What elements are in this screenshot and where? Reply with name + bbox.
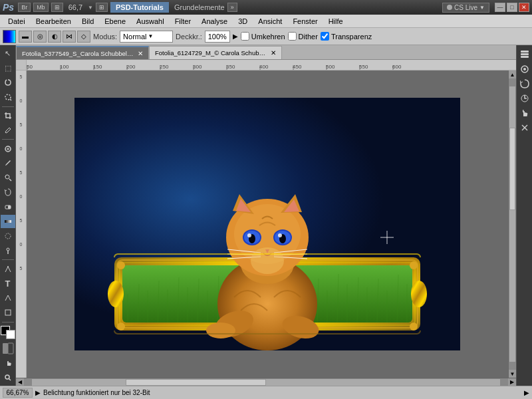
ruler-vertical: 5 0 5 0 5 0 5 0 5 — [16, 70, 27, 378]
spot-heal-btn[interactable] — [1, 142, 15, 156]
svg-point-9 — [5, 233, 11, 239]
menu-item-analyse[interactable]: Analyse — [196, 16, 233, 27]
shape-linear[interactable]: ▬ — [19, 31, 32, 43]
scroll-v-thumb[interactable] — [509, 128, 515, 210]
horizontal-scrollbar[interactable]: ◀ ▶ — [16, 378, 516, 386]
tab-active[interactable]: Fotolia_5377549_S_Carola Schubbel.jpg be… — [16, 46, 149, 59]
image-canvas[interactable] — [74, 98, 460, 350]
svg-point-60 — [206, 323, 235, 338]
ruler-h-300: 300 — [193, 64, 226, 70]
brush-tool-btn[interactable] — [1, 156, 15, 170]
canvas-area: Fotolia_5377549_S_Carola Schubbel.jpg be… — [16, 45, 516, 386]
deckk-value: 100% — [205, 31, 230, 43]
status-arrow-icon[interactable]: ▶ — [35, 389, 41, 396]
transparenz-group: Transparenz — [321, 32, 372, 41]
ruler-corner — [16, 60, 27, 70]
scroll-h-left[interactable]: ◀ — [16, 378, 24, 386]
canvas-viewport[interactable] — [27, 70, 508, 378]
mini-button[interactable]: Mb — [33, 3, 49, 12]
pen-tool-btn[interactable] — [1, 262, 15, 276]
scroll-h-right[interactable]: ▶ — [508, 378, 516, 386]
ruler-v-mark: 5 — [16, 122, 26, 146]
scroll-h-thumb[interactable] — [126, 379, 266, 386]
menu-item-ebene[interactable]: Ebene — [99, 16, 131, 27]
shape-tool-btn[interactable] — [1, 306, 15, 320]
adjustments-panel-btn[interactable] — [518, 92, 531, 105]
dither-checkbox[interactable] — [288, 32, 297, 41]
tab-inactive[interactable]: Fotolia_6124729_M_© Carola Schubbel.jpg … — [149, 46, 282, 59]
shape-diamond[interactable]: ◇ — [77, 31, 90, 43]
ruler-h-400: 400 — [259, 64, 293, 70]
menu-item-ansicht[interactable]: Ansicht — [253, 16, 287, 27]
marquee-tool-btn[interactable]: ⬚ — [1, 61, 15, 75]
canvas-content: 50 100 150 200 250 300 350 400 450 500 5… — [16, 60, 516, 386]
tab-active-close[interactable]: ✕ — [138, 50, 143, 57]
umkehren-label: Umkehren — [251, 33, 285, 41]
close-panel-btn[interactable] — [518, 121, 531, 134]
menu-item-hilfe[interactable]: Hilfe — [323, 16, 348, 27]
vertical-scrollbar[interactable]: ▲ ▼ — [508, 70, 516, 378]
tab-inactive-close[interactable]: ✕ — [271, 49, 276, 57]
cs-live-button[interactable]: CS Live ▼ — [442, 3, 489, 13]
background-color[interactable] — [6, 330, 15, 339]
menu-item-bild[interactable]: Bild — [76, 16, 99, 27]
layers-panel-btn[interactable] — [518, 48, 531, 61]
transparenz-checkbox[interactable] — [321, 32, 329, 41]
menu-item-3d[interactable]: 3D — [233, 16, 253, 27]
minimize-button[interactable]: — — [495, 3, 505, 12]
zoom-arrow[interactable]: ▼ — [88, 5, 93, 11]
blur-tool-btn[interactable] — [1, 229, 15, 243]
quick-select-btn[interactable] — [1, 90, 15, 104]
lasso-tool-btn[interactable] — [1, 76, 15, 90]
gradient-swatch[interactable] — [3, 30, 16, 43]
shape-buttons: ▬ ◎ ◐ ⋈ ◇ — [19, 31, 90, 43]
ruler-v-mark: 5 — [16, 74, 26, 98]
svg-rect-15 — [8, 343, 13, 354]
menu-bar: DateiBearbeitenBildEbeneAuswahlFilterAna… — [0, 15, 532, 28]
ruler-h-200: 200 — [126, 64, 160, 70]
eyedropper-btn[interactable] — [1, 123, 15, 137]
zoom-tool-btn[interactable] — [1, 370, 15, 384]
menu-item-filter[interactable]: Filter — [170, 16, 196, 27]
bridge-button[interactable]: Br — [18, 3, 31, 12]
shape-radial[interactable]: ◎ — [33, 31, 47, 43]
menu-item-auswahl[interactable]: Auswahl — [131, 16, 170, 27]
scroll-v-up[interactable]: ▲ — [509, 70, 516, 78]
clone-stamp-btn[interactable] — [1, 171, 15, 185]
frame-picker-button[interactable]: ⊞ — [51, 3, 63, 12]
status-progress-arrow[interactable]: ▶ — [524, 389, 529, 396]
menu-item-fenster[interactable]: Fenster — [287, 16, 323, 27]
ruler-h-600: 600 — [392, 64, 426, 70]
gradient-tool-btn[interactable] — [1, 215, 15, 229]
fg-bg-swatches[interactable] — [1, 326, 15, 340]
deckk-arrow-icon[interactable]: ▶ — [233, 33, 238, 40]
hand-tool-btn[interactable] — [1, 356, 15, 370]
menu-item-bearbeiten[interactable]: Bearbeiten — [31, 16, 76, 27]
channels-panel-btn[interactable] — [518, 63, 531, 76]
hand-right-btn[interactable] — [518, 106, 531, 120]
eraser-btn[interactable] — [1, 200, 15, 214]
menu-item-datei[interactable]: Datei — [3, 16, 31, 27]
dodge-tool-btn[interactable] — [1, 243, 15, 257]
ruler-v-mark: 5 — [16, 218, 26, 242]
history-brush-btn[interactable] — [1, 186, 15, 200]
modus-dropdown[interactable]: Normal ▼ — [120, 31, 173, 43]
svg-point-57 — [410, 323, 418, 331]
more-button[interactable]: » — [227, 3, 237, 12]
view-button[interactable]: ⊞ — [96, 3, 108, 12]
move-tool-btn[interactable]: ↖ — [1, 47, 15, 61]
dither-group: Dither — [288, 32, 318, 41]
quick-mask-btn[interactable] — [1, 341, 15, 355]
scroll-v-down[interactable]: ▼ — [509, 370, 516, 378]
dither-label: Dither — [299, 33, 318, 41]
shape-reflected[interactable]: ⋈ — [63, 31, 76, 43]
type-tool-btn[interactable]: T — [1, 277, 15, 291]
history-panel-btn[interactable] — [518, 77, 531, 90]
zoom-indicator: 66,7 — [68, 3, 82, 11]
umkehren-checkbox[interactable] — [241, 32, 249, 41]
shape-angle[interactable]: ◐ — [48, 31, 61, 43]
close-button[interactable]: ✕ — [519, 3, 529, 12]
crop-tool-btn[interactable] — [1, 108, 15, 122]
path-select-btn[interactable] — [1, 291, 15, 305]
maximize-button[interactable]: □ — [507, 3, 517, 12]
